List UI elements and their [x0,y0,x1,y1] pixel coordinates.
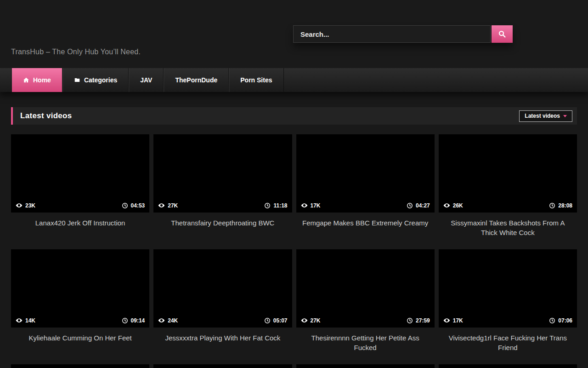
view-count-value: 17K [311,202,321,209]
video-thumbnail[interactable]: 17K 07:06 [439,249,577,328]
video-thumbnail[interactable]: 26K 28:08 [439,134,577,213]
video-meta: 27K 27:59 [296,313,435,328]
view-count: 27K [301,317,321,324]
eye-icon [301,317,308,324]
video-meta: 23K 04:53 [11,198,149,213]
view-count-value: 24K [168,317,178,324]
view-count: 27K [158,202,178,209]
video-card[interactable]: 23K 04:53 Lanax420 Jerk Off Instruction [11,134,149,237]
clock-icon [549,202,555,209]
site-tagline: TransHub – The Only Hub You’ll Need. [11,48,141,56]
video-card[interactable] [11,364,149,368]
video-card[interactable] [439,364,577,368]
duration-value: 04:27 [416,202,430,209]
duration-value: 11:18 [273,202,287,209]
video-thumbnail[interactable]: 27K 27:59 [296,249,435,328]
duration: 05:07 [264,317,288,324]
nav-item-jav[interactable]: JAV [129,68,164,92]
view-count: 17K [301,202,321,209]
view-count: 24K [158,317,178,324]
section-title: Latest videos [20,111,72,121]
duration-value: 27:59 [416,317,430,324]
duration: 07:06 [549,317,572,324]
search-input[interactable] [293,25,491,43]
video-card[interactable]: 17K 07:06 Vivisectedg1rl Face Fucking He… [439,249,577,352]
view-count-value: 27K [311,317,321,324]
video-title[interactable]: Kyliehaale Cumming On Her Feet [15,333,146,343]
clock-icon [264,317,271,324]
home-icon [23,77,29,83]
clock-icon [264,202,271,209]
eye-icon [443,317,450,324]
search-icon [498,30,506,38]
eye-icon [443,202,450,209]
duration: 04:53 [122,202,145,209]
video-thumbnail[interactable] [153,364,292,368]
video-card[interactable]: 26K 28:08 Sissymaxinl Takes Backshots Fr… [439,134,577,237]
view-count-value: 17K [453,317,463,324]
duration-value: 07:06 [558,317,572,324]
nav-label: Porn Sites [240,76,272,84]
clock-icon [549,317,555,324]
video-meta: 14K 09:14 [11,313,149,328]
clock-icon [407,317,413,324]
video-thumbnail[interactable]: 23K 04:53 [11,134,149,213]
view-count: 17K [443,317,463,324]
video-thumbnail[interactable]: 27K 11:18 [153,134,292,213]
eye-icon [16,202,23,209]
video-thumbnail[interactable]: 14K 09:14 [11,249,149,328]
sort-dropdown-button[interactable]: Latest videos [519,110,572,122]
video-meta: 26K 28:08 [439,198,577,213]
video-card[interactable]: 27K 27:59 Thesirennnn Getting Her Petite… [296,249,435,352]
search-bar [293,25,513,43]
accent-bar [11,107,13,125]
video-thumbnail[interactable] [439,364,577,368]
section-header: Latest videos Latest videos [11,107,577,125]
view-count-value: 27K [168,202,178,209]
eye-icon [158,202,165,209]
duration: 11:18 [264,202,287,209]
video-card[interactable]: 14K 09:14 Kyliehaale Cumming On Her Feet [11,249,149,352]
video-card[interactable]: 17K 04:27 Femgape Makes BBC Extremely Cr… [296,134,435,237]
nav-item-home[interactable]: Home [12,68,62,92]
video-title[interactable]: Thetransfairy Deepthroating BWC [157,218,288,228]
main-nav: Home Categories JAV ThePornDude Porn Sit… [0,68,588,92]
video-thumbnail[interactable] [11,364,149,368]
nav-item-porn-sites[interactable]: Porn Sites [229,68,283,92]
clock-icon [122,202,128,209]
video-thumbnail[interactable]: 17K 04:27 [296,134,435,213]
duration-value: 05:07 [273,317,288,324]
video-title[interactable]: Jessxxxtra Playing With Her Fat Cock [157,333,288,343]
sort-label: Latest videos [525,113,560,119]
video-meta: 27K 11:18 [153,198,292,213]
nav-label: ThePornDude [175,76,217,84]
nav-item-theporndude[interactable]: ThePornDude [164,68,229,92]
video-title[interactable]: Vivisectedg1rl Face Fucking Her Trans Fr… [442,333,573,352]
video-card[interactable]: 27K 11:18 Thetransfairy Deepthroating BW… [153,134,292,237]
view-count-value: 23K [25,202,35,209]
video-title[interactable]: Thesirennnn Getting Her Petite Ass Fucke… [300,333,431,352]
view-count: 14K [16,317,35,324]
duration-value: 04:53 [131,202,145,209]
eye-icon [16,317,23,324]
video-title[interactable]: Femgape Makes BBC Extremely Creamy [300,218,431,228]
folder-icon [74,77,80,83]
view-count: 23K [16,202,35,209]
video-thumbnail[interactable] [296,364,435,368]
video-meta: 17K 04:27 [296,198,435,213]
nav-label: JAV [140,76,152,84]
duration: 27:59 [407,317,430,324]
duration-value: 09:14 [131,317,145,324]
nav-item-categories[interactable]: Categories [62,68,129,92]
search-button[interactable] [492,25,513,43]
video-card[interactable] [153,364,292,368]
video-thumbnail[interactable]: 24K 05:07 [153,249,292,328]
video-card[interactable]: 24K 05:07 Jessxxxtra Playing With Her Fa… [153,249,292,352]
video-card[interactable] [296,364,435,368]
video-meta: 24K 05:07 [153,313,292,328]
video-title[interactable]: Sissymaxinl Takes Backshots From A Thick… [442,218,573,237]
eye-icon [158,317,165,324]
clock-icon [407,202,413,209]
duration: 28:08 [549,202,572,209]
video-title[interactable]: Lanax420 Jerk Off Instruction [15,218,146,228]
